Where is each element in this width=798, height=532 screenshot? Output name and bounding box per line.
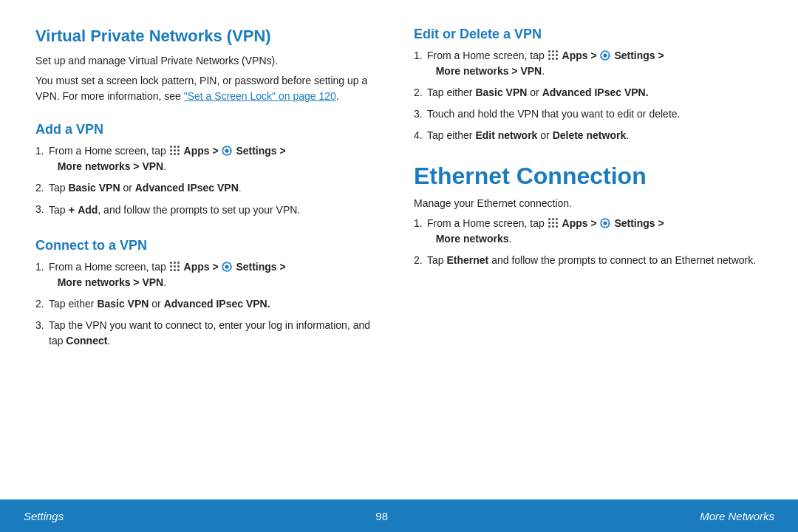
apps-label: Apps >	[184, 145, 219, 157]
left-column: Virtual Private Networks (VPN) Set up an…	[35, 27, 384, 443]
ethernet-list: 1. From a Home screen, tap Apps > Settin…	[414, 216, 763, 274]
step-num: 2.	[414, 85, 423, 100]
list-item: 2. Tap either Basic VPN or Advanced IPse…	[414, 85, 763, 100]
ethernet-intro: Manage your Ethernet connection.	[414, 196, 763, 211]
settings-icon	[600, 218, 610, 228]
svg-point-10	[604, 222, 607, 225]
intro-text-2: You must set a screen lock pattern, PIN,…	[35, 73, 384, 104]
basic-vpn: Basic VPN	[475, 86, 527, 98]
more-networks: More networks	[436, 233, 509, 245]
settings-icon	[600, 50, 610, 61]
ethernet-connection-title: Ethernet Connection	[414, 163, 763, 190]
connect-vpn-list: 1. From a Home screen, tap Apps > Settin…	[35, 259, 384, 355]
step-num: 4.	[414, 128, 423, 143]
settings-icon	[222, 146, 232, 156]
link-punctuation: .	[336, 90, 339, 102]
step-num: 2.	[35, 296, 44, 312]
apps-icon	[548, 50, 559, 61]
list-item: 3. Touch and hold the VPN that you want …	[414, 106, 763, 122]
screen-lock-link[interactable]: "Set a Screen Lock" on page 120	[184, 90, 336, 102]
list-item: 1. From a Home screen, tap Apps > Settin…	[414, 48, 763, 79]
period: .	[163, 160, 166, 172]
edit-network: Edit network	[475, 129, 537, 141]
step-num: 1.	[35, 259, 44, 275]
period: .	[508, 233, 511, 245]
apps-icon	[170, 262, 180, 272]
list-item: 1. From a Home screen, tap Apps > Settin…	[35, 143, 384, 174]
period: .	[542, 65, 545, 77]
step-num: 1.	[35, 143, 44, 159]
advanced-ipsec: Advanced IPsec VPN.	[164, 298, 270, 310]
footer-right: More Networks	[700, 510, 774, 522]
step-num: 1.	[414, 216, 423, 231]
settings-label: Settings >	[236, 261, 285, 273]
add-vpn-title: Add a VPN	[35, 122, 384, 137]
period: .	[163, 276, 166, 288]
list-item: 1. From a Home screen, tap Apps > Settin…	[35, 259, 384, 290]
list-item: 2. Tap Basic VPN or Advanced IPsec VPN.	[35, 180, 384, 196]
basic-vpn: Basic VPN	[97, 298, 149, 310]
more-networks-vpn: More networks > VPN	[58, 276, 164, 288]
settings-label: Settings >	[614, 217, 664, 229]
basic-vpn: Basic VPN	[68, 182, 120, 194]
settings-label: Settings >	[614, 50, 664, 61]
svg-point-1	[225, 149, 229, 153]
apps-icon	[170, 146, 180, 156]
intro-text-1: Set up and manage Virtual Private Networ…	[35, 53, 384, 69]
list-item: 4. Tap either Edit network or Delete net…	[414, 128, 763, 143]
apps-label: Apps >	[562, 217, 597, 229]
advanced-ipsec: Advanced IPsec VPN	[135, 182, 239, 194]
plus-icon: +	[68, 202, 75, 219]
list-item: 2. Tap either Basic VPN or Advanced IPse…	[35, 296, 384, 312]
list-item: 3. Tap the VPN you want to connect to, e…	[35, 318, 384, 349]
apps-icon	[548, 218, 559, 228]
edit-delete-vpn-title: Edit or Delete a VPN	[414, 27, 763, 42]
svg-point-4	[225, 265, 229, 268]
more-networks-vpn: More networks > VPN	[436, 65, 542, 77]
apps-label: Apps >	[184, 261, 219, 273]
footer-bar: Settings 98 More Networks	[0, 499, 798, 532]
footer-page: 98	[375, 510, 388, 522]
step-num: 2.	[35, 180, 44, 196]
connect-vpn-title: Connect to a VPN	[35, 238, 384, 253]
apps-label: Apps >	[562, 50, 597, 61]
edit-delete-vpn-list: 1. From a Home screen, tap Apps > Settin…	[414, 48, 763, 149]
delete-network: Delete network	[553, 129, 627, 141]
connect-label: Connect	[66, 335, 107, 347]
list-item: 1. From a Home screen, tap Apps > Settin…	[414, 216, 763, 247]
list-item: 2. Tap Ethernet and follow the prompts t…	[414, 253, 763, 268]
add-vpn-list: 1. From a Home screen, tap Apps > Settin…	[35, 143, 384, 225]
settings-icon	[222, 262, 232, 272]
advanced-ipsec: Advanced IPsec VPN.	[542, 86, 649, 98]
step-num: 3.	[35, 202, 44, 217]
add-label: Add	[78, 204, 98, 216]
list-item: 3. Tap + Add, and follow the prompts to …	[35, 202, 384, 219]
right-column: Edit or Delete a VPN 1. From a Home scre…	[414, 27, 763, 443]
step-num: 1.	[414, 48, 423, 64]
main-title: Virtual Private Networks (VPN)	[35, 27, 384, 46]
svg-point-7	[604, 54, 607, 58]
step-num: 2.	[414, 253, 423, 268]
footer-left: Settings	[24, 510, 64, 522]
step-num: 3.	[414, 106, 423, 122]
ethernet-label: Ethernet	[446, 254, 488, 266]
step-num: 3.	[35, 318, 44, 333]
more-networks-vpn: More networks > VPN	[58, 160, 164, 172]
settings-label: Settings >	[236, 145, 285, 157]
